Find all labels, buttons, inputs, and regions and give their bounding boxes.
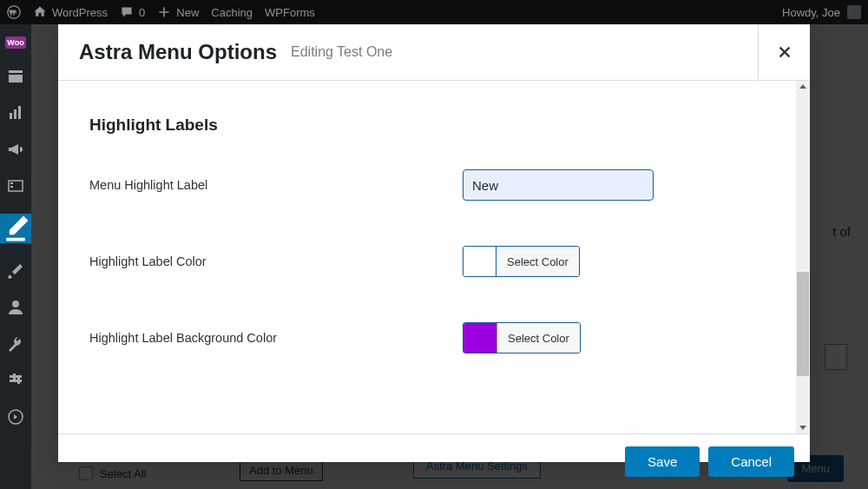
highlight-label-bg-color-row: Highlight Label Background Color Select … bbox=[89, 322, 765, 354]
scroll-down-icon[interactable] bbox=[799, 426, 806, 430]
menu-highlight-label-input[interactable] bbox=[463, 169, 654, 201]
scroll-up-icon[interactable] bbox=[799, 84, 806, 89]
cancel-button[interactable]: Cancel bbox=[708, 446, 794, 477]
new-content-link[interactable]: New bbox=[157, 5, 199, 19]
wpforms-link[interactable]: WPForms bbox=[265, 6, 315, 19]
plus-icon bbox=[157, 5, 171, 19]
save-button[interactable]: Save bbox=[625, 446, 700, 477]
admin-sidebar: Woo bbox=[0, 24, 31, 489]
svg-rect-13 bbox=[17, 378, 20, 384]
comments-count: 0 bbox=[139, 6, 145, 19]
howdy-text[interactable]: Howdy, Joe bbox=[782, 6, 840, 19]
svg-rect-2 bbox=[9, 75, 23, 83]
site-name-link[interactable]: WordPress bbox=[33, 5, 108, 19]
home-icon bbox=[33, 5, 47, 19]
highlight-label-bg-color-control: Select Color bbox=[463, 322, 581, 354]
modal-header: Astra Menu Options Editing Test One bbox=[58, 24, 810, 81]
modal-footer: Save Cancel bbox=[58, 433, 810, 489]
comments-link[interactable]: 0 bbox=[120, 5, 145, 19]
close-button[interactable] bbox=[758, 24, 810, 80]
highlight-label-color-swatch[interactable] bbox=[464, 247, 496, 276]
highlight-label-color-row: Highlight Label Color Select Color bbox=[89, 246, 765, 277]
svg-rect-3 bbox=[10, 113, 12, 119]
scrollbar-thumb[interactable] bbox=[797, 272, 809, 376]
media-icon[interactable] bbox=[7, 177, 24, 195]
users-icon[interactable] bbox=[7, 299, 24, 316]
modal-subtitle: Editing Test One bbox=[291, 44, 392, 60]
highlight-label-color-control: Select Color bbox=[463, 246, 580, 277]
highlight-label-bg-color-swatch[interactable] bbox=[464, 323, 496, 353]
svg-rect-1 bbox=[9, 70, 23, 73]
collapse-icon[interactable] bbox=[7, 408, 24, 426]
admin-bar: WordPress 0 New Caching WPForms Howdy, J… bbox=[0, 0, 868, 24]
svg-rect-4 bbox=[14, 109, 16, 119]
site-name: WordPress bbox=[52, 6, 108, 19]
avatar[interactable] bbox=[847, 5, 861, 19]
svg-rect-5 bbox=[18, 106, 21, 119]
svg-rect-7 bbox=[10, 182, 13, 184]
dashboard-icon[interactable] bbox=[7, 68, 24, 85]
woocommerce-icon[interactable]: Woo bbox=[5, 36, 26, 49]
highlight-label-bg-color-label: Highlight Label Background Color bbox=[89, 331, 463, 345]
modal-scrollbar[interactable] bbox=[796, 81, 810, 433]
tools-icon[interactable] bbox=[7, 335, 24, 353]
settings-icon[interactable] bbox=[7, 372, 24, 389]
megaphone-icon[interactable] bbox=[7, 141, 24, 158]
wordpress-logo-icon[interactable] bbox=[7, 5, 21, 19]
caching-link[interactable]: Caching bbox=[211, 6, 253, 19]
comment-icon bbox=[120, 5, 134, 19]
svg-rect-8 bbox=[10, 186, 13, 188]
menu-highlight-label-row: Menu Highlight Label bbox=[89, 169, 765, 201]
modal-body: Highlight Labels Menu Highlight Label Hi… bbox=[58, 81, 796, 433]
close-icon bbox=[777, 44, 792, 60]
highlight-label-color-label: Highlight Label Color bbox=[89, 254, 463, 268]
highlight-label-color-button[interactable]: Select Color bbox=[496, 247, 579, 276]
svg-point-9 bbox=[12, 301, 19, 307]
astra-menu-options-modal: Astra Menu Options Editing Test One High… bbox=[58, 24, 810, 462]
modal-title: Astra Menu Options bbox=[79, 40, 277, 64]
section-title: Highlight Labels bbox=[89, 116, 765, 135]
plugins-icon[interactable] bbox=[7, 262, 24, 280]
analytics-icon[interactable] bbox=[7, 104, 24, 122]
menu-highlight-label-label: Menu Highlight Label bbox=[89, 178, 463, 192]
appearance-icon[interactable] bbox=[0, 214, 31, 243]
highlight-label-bg-color-button[interactable]: Select Color bbox=[496, 323, 580, 353]
svg-rect-12 bbox=[13, 373, 16, 380]
new-label: New bbox=[176, 6, 199, 19]
